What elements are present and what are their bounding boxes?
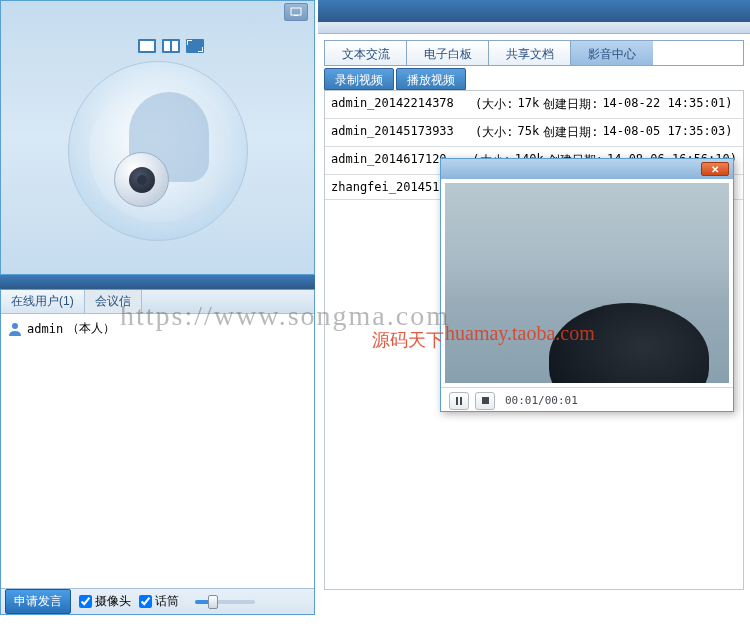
close-icon: ✕ [711, 164, 719, 175]
player-titlebar[interactable]: ✕ [441, 159, 733, 179]
request-speak-button[interactable]: 申请发言 [5, 589, 71, 614]
video-topbar [1, 1, 314, 23]
subtab-record-video[interactable]: 录制视频 [324, 68, 394, 90]
user-section: 在线用户(1) 会议信 admin （本人） 申请发言 摄像头 话筒 [0, 289, 315, 615]
camera-checkbox-wrap[interactable]: 摄像头 [79, 593, 131, 610]
pause-button[interactable] [449, 392, 469, 410]
left-panel: 在线用户(1) 会议信 admin （本人） 申请发言 摄像头 话筒 [0, 0, 315, 629]
player-controls: 00:01/00:01 [441, 387, 733, 413]
tab-share-doc[interactable]: 共享文档 [489, 41, 571, 65]
svg-rect-0 [291, 8, 301, 15]
tab-whiteboard[interactable]: 电子白板 [407, 41, 489, 65]
main-tabs: 文本交流 电子白板 共享文档 影音中心 [324, 40, 744, 66]
size-label: (大小: [475, 96, 513, 113]
screen-icon[interactable] [284, 3, 308, 21]
sub-tabs: 录制视频 播放视频 [324, 68, 744, 90]
mic-label: 话筒 [155, 593, 179, 610]
camera-checkbox[interactable] [79, 595, 92, 608]
camera-label: 摄像头 [95, 593, 131, 610]
user-avatar-icon [7, 321, 23, 337]
user-tabs: 在线用户(1) 会议信 [1, 290, 314, 314]
webcam-placeholder-icon [68, 61, 248, 241]
svg-rect-1 [294, 15, 298, 16]
size-label: (大小: [475, 124, 513, 141]
tab-media-center[interactable]: 影音中心 [571, 41, 653, 65]
svg-point-2 [12, 323, 18, 329]
tab-text-chat[interactable]: 文本交流 [325, 41, 407, 65]
close-button[interactable]: ✕ [701, 162, 729, 176]
mic-checkbox[interactable] [139, 595, 152, 608]
fullscreen-icon[interactable] [186, 39, 204, 53]
mic-checkbox-wrap[interactable]: 话筒 [139, 593, 179, 610]
subtab-play-video[interactable]: 播放视频 [396, 68, 466, 90]
file-date: 14-08-22 14:35:01) [602, 96, 732, 113]
stop-icon [482, 397, 489, 404]
slider-thumb[interactable] [208, 595, 218, 609]
volume-slider[interactable] [195, 600, 255, 604]
bottom-toolbar: 申请发言 摄像头 话筒 [1, 588, 314, 614]
right-topbar [318, 0, 750, 22]
table-row[interactable]: admin_20142214378 (大小: 17k 创建日期: 14-08-2… [325, 91, 743, 119]
tab-meeting-info[interactable]: 会议信 [85, 290, 142, 313]
user-list: admin （本人） [1, 314, 314, 343]
date-label: 创建日期: [543, 96, 598, 113]
date-label: 创建日期: [543, 124, 598, 141]
file-name: admin_20145173933 [331, 124, 471, 141]
time-display: 00:01/00:01 [505, 394, 578, 407]
list-item[interactable]: admin （本人） [5, 318, 310, 339]
single-view-icon[interactable] [138, 39, 156, 53]
view-mode-icons [138, 39, 204, 53]
video-player-window[interactable]: ✕ 00:01/00:01 [440, 158, 734, 412]
video-content [549, 303, 709, 383]
file-date: 14-08-05 17:35:03) [602, 124, 732, 141]
local-video-preview [0, 0, 315, 275]
user-name: admin [27, 322, 63, 336]
user-self-suffix: （本人） [67, 320, 115, 337]
split-view-icon[interactable] [162, 39, 180, 53]
right-divider [318, 22, 750, 34]
table-row[interactable]: admin_20145173933 (大小: 75k 创建日期: 14-08-0… [325, 119, 743, 147]
panel-divider [0, 275, 315, 289]
file-name: admin_20142214378 [331, 96, 471, 113]
video-viewport[interactable] [445, 183, 729, 383]
stop-button[interactable] [475, 392, 495, 410]
file-size: 17k [517, 96, 539, 113]
pause-icon [456, 397, 462, 405]
file-size: 75k [517, 124, 539, 141]
tab-online-users[interactable]: 在线用户(1) [1, 290, 85, 313]
